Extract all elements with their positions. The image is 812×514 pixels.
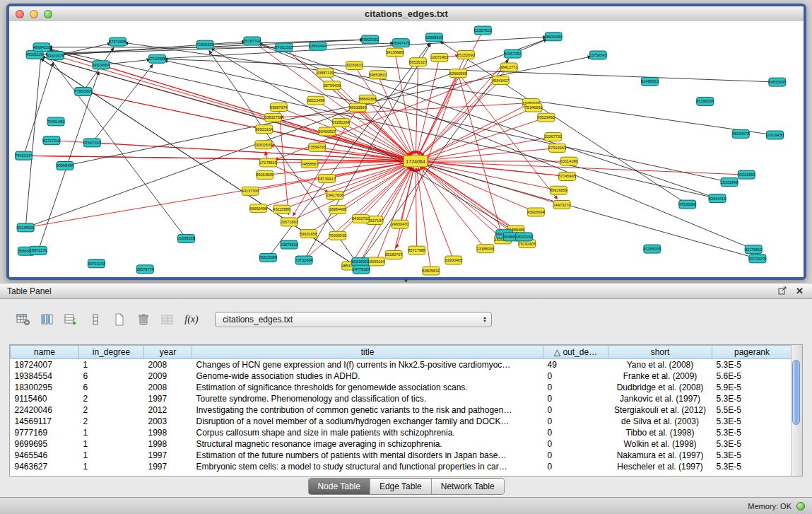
cell-year[interactable]: 1997 [144, 461, 192, 472]
cell-year[interactable]: 1998 [144, 427, 192, 438]
cell-name[interactable]: 9463627 [11, 461, 79, 472]
cell-short[interactable]: Jankovic et al. (1997) [608, 393, 712, 404]
table-row[interactable]: 946362711997Embryonic stem cells: a mode… [11, 461, 792, 472]
network-edge[interactable] [420, 166, 500, 237]
cell-name[interactable]: 9115460 [11, 393, 79, 404]
network-graph[interactable]: 6311418657745495859168592447327043926694… [9, 21, 804, 277]
cell-title[interactable]: Disruption of a novel member of a sodium… [192, 416, 543, 427]
cell-out_degree[interactable]: 0 [543, 450, 608, 461]
delete-row-button[interactable] [133, 310, 154, 329]
cell-title[interactable]: Investigating the contribution of common… [192, 404, 543, 416]
cell-pagerank[interactable]: 5.5E-5 [712, 404, 792, 416]
float-panel-icon[interactable] [778, 285, 787, 298]
cell-out_degree[interactable]: 49 [543, 359, 608, 371]
table-mode-button[interactable] [13, 310, 34, 329]
table-row[interactable]: 969969511998Structural magnetic resonanc… [11, 438, 792, 450]
cell-title[interactable]: Corpus callosum shape and size in male p… [192, 427, 543, 438]
table-scrollbar[interactable] [791, 345, 802, 476]
memory-indicator-button[interactable] [796, 502, 805, 510]
column-header-pagerank[interactable]: pagerank [712, 346, 792, 359]
cell-title[interactable]: Structural magnetic resonance image aver… [192, 438, 543, 450]
cell-year[interactable]: 2008 [144, 382, 192, 393]
cell-out_degree[interactable]: 0 [543, 404, 608, 416]
network-edge[interactable] [259, 43, 713, 197]
cell-short[interactable]: Hescheler et al. (1997) [608, 461, 712, 472]
network-edge[interactable] [281, 103, 527, 117]
cell-in_degree[interactable]: 6 [79, 382, 144, 393]
network-edge[interactable] [363, 59, 508, 258]
network-canvas[interactable]: 6311418657745495859168592447327043926694… [9, 21, 804, 277]
new-row-button[interactable] [109, 310, 130, 329]
cell-pagerank[interactable]: 5.3E-5 [712, 450, 792, 461]
cell-year[interactable]: 2008 [144, 359, 192, 371]
column-header-name[interactable]: name [11, 346, 79, 359]
network-edge[interactable] [363, 168, 413, 258]
cell-year[interactable]: 1998 [144, 438, 192, 450]
cell-pagerank[interactable]: 5.3E-5 [712, 416, 792, 427]
scrollbar-thumb[interactable] [792, 360, 800, 425]
cell-year[interactable]: 2003 [144, 416, 192, 427]
column-header-year[interactable]: year [144, 346, 192, 359]
cell-in_degree[interactable]: 1 [79, 461, 144, 472]
cell-pagerank[interactable]: 5.3E-5 [712, 427, 792, 438]
cell-year[interactable]: 2012 [144, 404, 192, 416]
cell-in_degree[interactable]: 2 [79, 404, 144, 416]
network-edge[interactable] [416, 66, 418, 154]
cell-pagerank[interactable]: 5.9E-5 [712, 382, 792, 393]
cell-out_degree[interactable]: 0 [543, 438, 608, 450]
table-row[interactable]: 911546021997Tourette syndrome. Phenomeno… [11, 393, 792, 404]
cell-in_degree[interactable]: 1 [79, 427, 144, 438]
show-columns-button[interactable] [37, 310, 58, 329]
new-column-button[interactable] [61, 310, 82, 329]
network-edge[interactable] [421, 165, 501, 231]
table-row[interactable]: 2242004622012Investigating the contribut… [11, 404, 792, 416]
network-edge[interactable] [105, 59, 151, 64]
cell-year[interactable]: 1997 [144, 450, 192, 461]
table-row[interactable]: 1830029562008Estimation of significance … [11, 382, 792, 393]
cell-name[interactable]: 14569117 [11, 416, 79, 427]
cell-out_degree[interactable]: 0 [543, 382, 608, 393]
cell-short[interactable]: Tibbo et al. (1998) [608, 427, 712, 438]
column-header-in_degree[interactable]: in_degree [79, 346, 144, 359]
cell-short[interactable]: Wolkin et al. (1998) [608, 438, 712, 450]
cell-name[interactable]: 9465546 [11, 450, 79, 461]
table-row[interactable]: 1872400712008Changes of HCN gene express… [11, 359, 792, 371]
table-scroll-area[interactable]: namein_degreeyeartitle△ out_de…shortpage… [10, 345, 791, 476]
cell-short[interactable]: Yano et al. (2008) [608, 359, 712, 371]
cell-short[interactable]: Franke et al. (2009) [608, 370, 712, 382]
column-header-short[interactable]: short [608, 346, 712, 359]
cell-in_degree[interactable]: 1 [79, 450, 144, 461]
cell-in_degree[interactable]: 2 [79, 393, 144, 404]
cell-title[interactable]: Changes of HCN gene expression and I(f) … [192, 359, 543, 371]
cell-year[interactable]: 2009 [144, 370, 192, 382]
cell-pagerank[interactable]: 5.3E-5 [712, 461, 792, 472]
cell-title[interactable]: Estimation of the future numbers of pati… [192, 450, 543, 461]
minimize-window-button[interactable] [30, 10, 38, 18]
cell-pagerank[interactable]: 5.3E-5 [712, 359, 792, 371]
table-select-dropdown[interactable]: citations_edges.txt ▲ ▼ [215, 312, 492, 327]
cell-short[interactable]: Nakamura et al. (1997) [608, 450, 712, 461]
cell-short[interactable]: de Silva et al. (2003) [608, 416, 712, 427]
row-height-button[interactable] [85, 310, 106, 329]
cell-title[interactable]: Tourette syndrome. Phenomenology and cla… [192, 393, 543, 404]
cell-name[interactable]: 9777169 [11, 427, 79, 438]
network-edge[interactable] [341, 165, 410, 207]
window-titlebar[interactable]: citations_edges.txt [9, 6, 804, 22]
network-edge[interactable] [28, 156, 408, 161]
cell-short[interactable]: Dudbridge et al. (2008) [608, 382, 712, 393]
cell-name[interactable]: 18724007 [11, 359, 79, 371]
cell-in_degree[interactable]: 1 [79, 359, 144, 371]
zoom-window-button[interactable] [44, 10, 52, 18]
import-table-button[interactable] [157, 310, 178, 329]
tab-edge-table[interactable]: Edge Table [370, 479, 432, 494]
cell-in_degree[interactable]: 2 [79, 416, 144, 427]
cell-short[interactable]: Stergiakouli et al. (2012) [608, 404, 712, 416]
close-window-button[interactable] [16, 10, 24, 18]
table-row[interactable]: 1456911722003Disruption of a novel membe… [11, 416, 792, 427]
column-header-out_degree[interactable]: △ out_de… [543, 346, 608, 359]
column-header-title[interactable]: title [192, 346, 543, 359]
network-edge[interactable] [421, 165, 520, 235]
cell-name[interactable]: 18300295 [11, 382, 79, 393]
cell-name[interactable]: 19384554 [11, 370, 79, 382]
cell-out_degree[interactable]: 0 [543, 461, 608, 472]
